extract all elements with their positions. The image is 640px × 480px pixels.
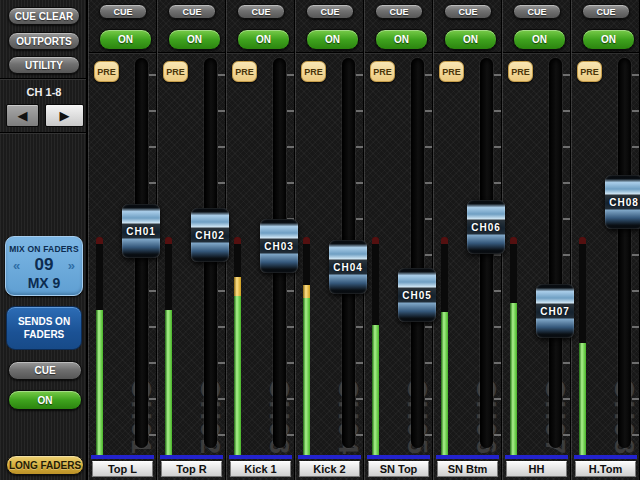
fader-scale-tick [287,290,294,292]
utility-button[interactable]: UTILITY [8,56,80,74]
fader-scale-tick [563,74,570,76]
channel-on-button[interactable]: ON [168,29,221,50]
channel-color-bar [505,455,568,459]
fader-cap[interactable]: CH08 [605,175,640,229]
channel-name[interactable]: HH [506,461,567,477]
channel-name[interactable]: H.Tom [575,461,636,477]
fader-scale-tick [494,398,501,400]
channel-color-bar [229,455,292,459]
bank-prev-button[interactable]: ◀ [6,104,39,127]
fader-scale-tick [287,326,294,328]
cue-clear-button[interactable]: CUE CLEAR [8,7,80,25]
fader-scale-tick [149,290,156,292]
channel-on-button[interactable]: ON [375,29,428,50]
sends-on-faders-button[interactable]: SENDS ON FADERS [6,306,82,350]
fader-scale-tick [632,362,639,364]
fader-scale-tick [632,290,639,292]
divider [365,52,432,54]
pre-badge[interactable]: PRE [94,61,119,82]
pre-badge[interactable]: PRE [232,61,257,82]
channel-cue-button[interactable]: CUE [444,4,492,19]
fader-scale-tick [425,362,432,364]
fader-scale-tick [494,254,501,256]
fader-cap[interactable]: CH03 [260,219,298,273]
channel-on-button[interactable]: ON [513,29,566,50]
channel-name[interactable]: Top R [161,461,222,477]
fader-scale-tick [218,326,225,328]
fader-scale-tick [356,182,363,184]
pre-badge[interactable]: PRE [163,61,188,82]
channel-on-button[interactable]: ON [237,29,290,50]
fader-cap[interactable]: CH07 [536,284,574,338]
meter-green-segment [234,296,241,455]
mix-on-faders-panel[interactable]: MIX ON FADERS « 09 » MX 9 [5,236,83,296]
fader-cap-label: CH02 [191,228,229,243]
pre-badge[interactable]: PRE [301,61,326,82]
channel-on-button[interactable]: ON [306,29,359,50]
channel-on-button[interactable]: ON [582,29,635,50]
channel-name[interactable]: SN Top [368,461,429,477]
meter-yellow-segment [234,277,241,296]
fader-cap-label: CH07 [536,304,574,319]
fader-cap[interactable]: CH02 [191,208,229,262]
channel-color-bar [574,455,637,459]
fader-cap[interactable]: CH06 [467,200,505,254]
fader-scale-tick [149,434,156,436]
meter-clip-indicator [96,237,103,244]
fader-scale-tick [425,326,432,328]
fader-scale-tick [287,74,294,76]
mix-next-icon[interactable]: » [68,258,75,273]
sidebar: CUE CLEAR OUTPORTS UTILITY CH 1-8 ◀ ▶ MI… [0,0,88,480]
long-faders-button[interactable]: LONG FADERS [6,455,84,475]
mix-on-faders-title: MIX ON FADERS [6,244,82,254]
fader-scale-tick [425,110,432,112]
channel-on-button[interactable]: ON [99,29,152,50]
bank-next-button[interactable]: ▶ [45,104,84,127]
fader-scale-tick [287,434,294,436]
meter-clip-indicator [441,237,448,244]
channel-on-button[interactable]: ON [444,29,497,50]
channel-cue-button[interactable]: CUE [168,4,216,19]
fader-scale-tick [494,182,501,184]
pre-badge[interactable]: PRE [370,61,395,82]
fader-scale-tick [356,326,363,328]
meter-yellow-segment [303,285,310,298]
fader-cap[interactable]: CH05 [398,268,436,322]
channel-cue-button[interactable]: CUE [99,4,147,19]
pre-badge[interactable]: PRE [508,61,533,82]
fader-scale-tick [287,398,294,400]
master-on-button[interactable]: ON [8,390,82,410]
channel-name[interactable]: Top L [92,461,153,477]
channel-strip: CUE ON PRE CH07 CH07 HH [502,0,571,480]
meter-green-segment [510,303,517,455]
fader-scale-tick [425,182,432,184]
fader-cap[interactable]: CH04 [329,240,367,294]
divider [296,52,363,54]
fader-scale-tick [218,362,225,364]
fader-scale-tick [563,254,570,256]
fader-scale-tick [632,326,639,328]
pre-badge[interactable]: PRE [577,61,602,82]
left-arrow-icon: ◀ [18,108,28,123]
fader-scale-tick [218,146,225,148]
channel-cue-button[interactable]: CUE [582,4,630,19]
fader-track[interactable] [411,58,424,448]
meter-green-segment [303,298,310,455]
channel-name[interactable]: SN Btm [437,461,498,477]
fader-cap[interactable]: CH01 [122,204,160,258]
channel-cue-button[interactable]: CUE [375,4,423,19]
meter-green-segment [372,325,379,455]
master-cue-button[interactable]: CUE [8,361,82,380]
mix-prev-icon[interactable]: « [13,258,20,273]
fader-track[interactable] [618,58,631,448]
fader-scale-tick [356,362,363,364]
channel-cue-button[interactable]: CUE [306,4,354,19]
fader-track[interactable] [549,58,562,448]
fader-scale-tick [425,398,432,400]
pre-badge[interactable]: PRE [439,61,464,82]
channel-cue-button[interactable]: CUE [513,4,561,19]
channel-cue-button[interactable]: CUE [237,4,285,19]
channel-name[interactable]: Kick 2 [299,461,360,477]
channel-name[interactable]: Kick 1 [230,461,291,477]
outports-button[interactable]: OUTPORTS [8,32,80,50]
